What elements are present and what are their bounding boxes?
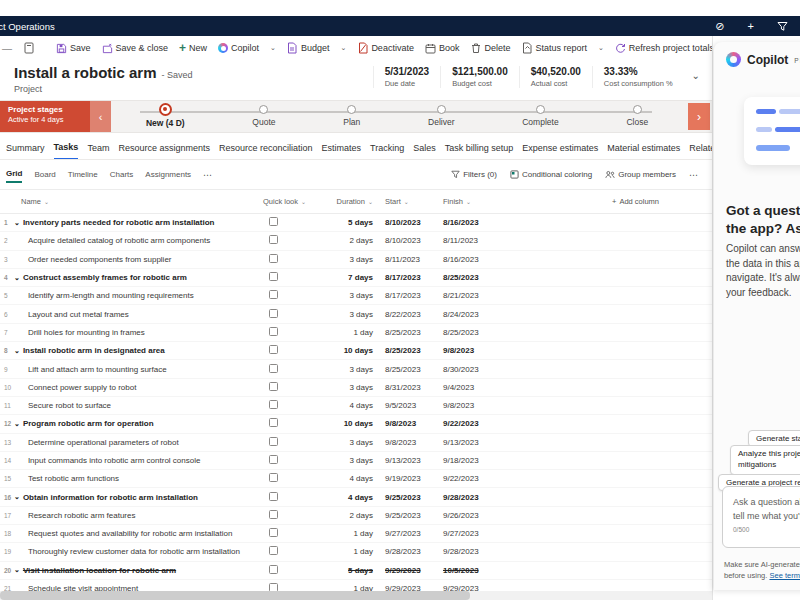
- task-name-cell[interactable]: ⌄ Research robotic arm features: [12, 511, 260, 520]
- start-date-cell[interactable]: 8/25/2023: [375, 365, 440, 374]
- record-tab[interactable]: Material estimates: [607, 143, 680, 159]
- finish-date-cell[interactable]: 8/11/2023: [440, 236, 712, 245]
- more-icon[interactable]: ⋯: [203, 170, 212, 180]
- duration-cell[interactable]: 10 days: [330, 346, 375, 355]
- refresh-project-totals-button[interactable]: Refresh project totals: [615, 43, 712, 54]
- add-column-button[interactable]: +Add column: [612, 197, 659, 206]
- start-date-cell[interactable]: 8/17/2023: [375, 273, 440, 282]
- bpf-stage[interactable]: Deliver: [428, 101, 454, 132]
- quick-look-cell[interactable]: [260, 382, 330, 393]
- start-date-cell[interactable]: 8/10/2023: [375, 218, 440, 227]
- bpf-stage[interactable]: Plan: [343, 101, 360, 132]
- quick-look-cell[interactable]: [260, 492, 330, 503]
- column-header-finish[interactable]: Finish⌄: [440, 197, 712, 206]
- duration-cell[interactable]: 1 day: [330, 328, 375, 337]
- chevron-down-icon[interactable]: ⌄: [14, 493, 20, 501]
- table-row[interactable]: 19 ⌄ Thoroughly review customer data for…: [0, 543, 712, 561]
- stage-circle-icon[interactable]: [159, 103, 172, 116]
- add-icon[interactable]: +: [748, 20, 754, 32]
- finish-date-cell[interactable]: 8/24/2023: [440, 310, 712, 319]
- start-date-cell[interactable]: 9/28/2023: [375, 547, 440, 556]
- finish-date-cell[interactable]: 9/18/2023: [440, 456, 712, 465]
- quick-look-cell[interactable]: [260, 510, 330, 521]
- copilot-button[interactable]: Copilot: [218, 43, 259, 53]
- bpf-stage[interactable]: New (4 D): [146, 101, 185, 132]
- view-tab[interactable]: Grid: [6, 166, 22, 183]
- record-tab[interactable]: Task billing setup: [445, 143, 514, 159]
- quick-look-cell[interactable]: [260, 254, 330, 265]
- finish-date-cell[interactable]: 8/25/2023: [440, 273, 712, 282]
- finish-date-cell[interactable]: 10/5/2023: [440, 566, 712, 575]
- quick-look-icon[interactable]: [269, 254, 278, 263]
- quick-look-cell[interactable]: [260, 400, 330, 411]
- stage-circle-icon[interactable]: [347, 105, 356, 114]
- bpf-next-button[interactable]: ›: [688, 103, 710, 130]
- start-date-cell[interactable]: 8/10/2023: [375, 236, 440, 245]
- quick-look-cell[interactable]: [260, 327, 330, 338]
- record-tab[interactable]: Summary: [6, 143, 45, 159]
- duration-cell[interactable]: 7 days: [330, 273, 375, 282]
- duration-cell[interactable]: 5 days: [330, 218, 375, 227]
- start-date-cell[interactable]: 8/17/2023: [375, 291, 440, 300]
- table-row[interactable]: 20 ⌄ Visit installation location for rob…: [0, 562, 712, 580]
- start-date-cell[interactable]: 9/13/2023: [375, 456, 440, 465]
- task-name-cell[interactable]: ⌄ Visit installation location for roboti…: [12, 566, 260, 575]
- table-row[interactable]: 7 ⌄ Drill holes for mounting in frames 1…: [0, 324, 712, 342]
- quick-look-cell[interactable]: [260, 565, 330, 576]
- quick-look-icon[interactable]: [269, 290, 278, 299]
- group-members-button[interactable]: Group members: [605, 170, 676, 179]
- table-row[interactable]: 5 ⌄ Identify arm-length and mounting req…: [0, 287, 712, 305]
- finish-date-cell[interactable]: 9/8/2023: [440, 401, 712, 410]
- finish-date-cell[interactable]: 9/22/2023: [440, 419, 712, 428]
- quick-look-cell[interactable]: [260, 217, 330, 228]
- start-date-cell[interactable]: 8/25/2023: [375, 346, 440, 355]
- filters-button[interactable]: Filters (0): [451, 170, 497, 179]
- duration-cell[interactable]: 5 days: [330, 566, 375, 575]
- table-row[interactable]: 1 ⌄ Inventory parts needed for robotic a…: [0, 214, 712, 232]
- chevron-down-icon[interactable]: ⌄: [14, 274, 20, 282]
- quick-look-cell[interactable]: [260, 235, 330, 246]
- stage-circle-icon[interactable]: [437, 105, 446, 114]
- table-row[interactable]: 13 ⌄ Determine operational parameters of…: [0, 434, 712, 452]
- view-tab[interactable]: Board: [34, 167, 55, 182]
- duration-cell[interactable]: 1 day: [330, 547, 375, 556]
- table-row[interactable]: 6 ⌄ Layout and cut metal frames 3 days 8…: [0, 305, 712, 323]
- bpf-stage[interactable]: Complete: [522, 101, 558, 132]
- task-name-cell[interactable]: ⌄ Test robotic arm functions: [12, 474, 260, 483]
- task-name-cell[interactable]: ⌄ Secure robot to surface: [12, 401, 260, 410]
- task-name-cell[interactable]: ⌄ Lift and attach arm to mounting surfac…: [12, 365, 260, 374]
- quick-look-icon[interactable]: [269, 565, 278, 574]
- quick-look-icon[interactable]: [269, 400, 278, 409]
- prohibited-icon[interactable]: ⊘: [715, 20, 724, 33]
- save-button[interactable]: Save: [56, 43, 91, 54]
- budget-button[interactable]: Budget: [287, 43, 330, 54]
- record-tab[interactable]: Related: [689, 143, 712, 159]
- horizontal-scrollbar[interactable]: [0, 591, 712, 600]
- finish-date-cell[interactable]: 8/16/2023: [440, 218, 712, 227]
- table-row[interactable]: 8 ⌄ Install robotic arm in designated ar…: [0, 342, 712, 360]
- scrollbar-thumb[interactable]: [0, 591, 470, 600]
- task-name-cell[interactable]: ⌄ Inventory parts needed for robotic arm…: [12, 218, 260, 227]
- duration-cell[interactable]: 1 day: [330, 529, 375, 538]
- duration-cell[interactable]: 4 days: [330, 493, 375, 502]
- record-tab[interactable]: Resource reconciliation: [219, 143, 313, 159]
- quick-look-cell[interactable]: [260, 528, 330, 539]
- save-close-button[interactable]: Save & close: [102, 43, 169, 54]
- table-row[interactable]: 4 ⌄ Construct assembly frames for roboti…: [0, 269, 712, 287]
- quick-look-cell[interactable]: [260, 546, 330, 557]
- quick-look-icon[interactable]: [269, 492, 278, 501]
- task-name-cell[interactable]: ⌄ Request quotes and availability for ro…: [12, 529, 260, 538]
- table-row[interactable]: 9 ⌄ Lift and attach arm to mounting surf…: [0, 360, 712, 378]
- book-button[interactable]: Book: [425, 43, 460, 54]
- quick-look-cell[interactable]: [260, 437, 330, 448]
- start-date-cell[interactable]: 8/25/2023: [375, 328, 440, 337]
- stage-circle-icon[interactable]: [633, 105, 642, 114]
- duration-cell[interactable]: 3 days: [330, 310, 375, 319]
- start-date-cell[interactable]: 9/29/2023: [375, 566, 440, 575]
- column-header-duration[interactable]: Duration⌄: [330, 197, 375, 206]
- see-terms-link[interactable]: See terms: [769, 571, 800, 580]
- start-date-cell[interactable]: 8/31/2023: [375, 383, 440, 392]
- task-name-cell[interactable]: ⌄ Acquire detailed catalog of robotic ar…: [12, 236, 260, 245]
- finish-date-cell[interactable]: 9/22/2023: [440, 474, 712, 483]
- duration-cell[interactable]: 4 days: [330, 474, 375, 483]
